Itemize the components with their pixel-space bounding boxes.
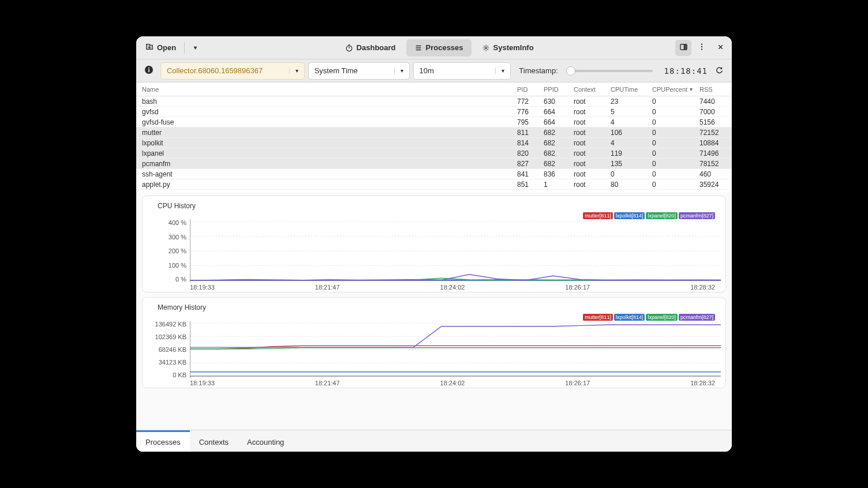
axis-tick: 18:21:47 — [315, 380, 340, 386]
mem-chart-title: Memory History — [147, 301, 721, 314]
collector-label: Collector.68060.1659896367 — [161, 66, 289, 75]
axis-tick: 68246 KB — [159, 346, 186, 353]
table-row[interactable]: applet.py8511root80035924 — [136, 179, 732, 190]
chevron-down-icon: ▾ — [194, 44, 197, 51]
legend-entry[interactable]: lxpanel[820] — [646, 314, 678, 321]
svg-rect-9 — [148, 69, 149, 72]
col-pid[interactable]: PID — [517, 86, 544, 93]
close-button[interactable] — [712, 40, 728, 56]
table-header: Name PID PPID Context CPUTime CPUPercent… — [136, 82, 732, 96]
info-button[interactable] — [141, 63, 157, 79]
bottom-tab-contexts[interactable]: Contexts — [190, 430, 238, 452]
table-row[interactable]: lxpolkit814682root4010884 — [136, 138, 732, 148]
mem-plot: 136492 KB102369 KB68246 KB34123 KB0 KB — [147, 321, 721, 378]
legend-entry[interactable]: pcmanfm[827] — [679, 212, 715, 219]
svg-point-1 — [485, 47, 487, 49]
svg-point-4 — [701, 43, 702, 44]
table-row[interactable]: mutter811682root106072152 — [136, 127, 732, 138]
svg-point-8 — [148, 67, 149, 69]
process-table: Name PID PPID Context CPUTime CPUPercent… — [136, 82, 732, 192]
axis-tick: 200 % — [169, 247, 186, 254]
cpu-y-axis: 400 %300 %200 %100 %0 % — [147, 219, 190, 283]
axis-tick: 0 KB — [173, 371, 186, 378]
range-arrow[interactable]: ▾ — [495, 67, 510, 74]
legend-entry[interactable]: lxpolkit[814] — [614, 314, 645, 321]
col-cputime[interactable]: CPUTime — [611, 86, 652, 93]
axis-tick: 18:26:17 — [565, 380, 590, 386]
side-panel-button[interactable] — [675, 40, 691, 56]
axis-tick: 34123 KB — [159, 359, 186, 366]
bottom-tab-processes[interactable]: Processes — [136, 430, 190, 452]
table-row[interactable]: ssh-agent841836root00460 — [136, 169, 732, 179]
col-name[interactable]: Name — [136, 86, 517, 93]
titlebar: Open ▾ Dashboard Processes — [136, 36, 732, 59]
axis-tick: 18:26:17 — [565, 284, 590, 291]
clock-combo[interactable]: System Time ▾ — [308, 62, 410, 80]
timestamp-value: 18:18:41 — [664, 66, 708, 76]
chevron-down-icon: ▾ — [401, 67, 403, 74]
legend-entry[interactable]: pcmanfm[827] — [679, 314, 715, 321]
axis-tick: 18:24:02 — [440, 284, 465, 291]
nav-tab-label: SystemInfo — [493, 43, 534, 52]
open-button[interactable]: Open — [140, 40, 182, 56]
collector-combo[interactable]: Collector.68060.1659896367 ▾ — [160, 62, 305, 80]
cpu-legend: mutter[811]lxpolkit[814]lxpanel[820]pcma… — [147, 212, 721, 219]
nav-tab-label: Dashboard — [357, 43, 396, 52]
mem-legend: mutter[811]lxpolkit[814]lxpanel[820]pcma… — [147, 314, 721, 321]
range-label: 10m — [414, 66, 496, 75]
axis-tick: 100 % — [169, 262, 186, 269]
cpu-chart-title: CPU History — [147, 200, 721, 212]
timestamp-label: Timestamp: — [519, 66, 558, 75]
nav-tab-systeminfo[interactable]: SystemInfo — [474, 39, 542, 57]
list-icon — [414, 44, 422, 52]
table-row[interactable]: gvfsd776664root507000 — [136, 107, 732, 117]
timestamp-slider[interactable] — [566, 70, 653, 72]
axis-tick: 0 % — [175, 276, 186, 283]
sort-desc-icon: ▾ — [690, 86, 693, 92]
mem-y-axis: 136492 KB102369 KB68246 KB34123 KB0 KB — [147, 321, 190, 378]
legend-entry[interactable]: mutter[811] — [583, 212, 613, 219]
nav-tab-dashboard[interactable]: Dashboard — [337, 39, 404, 57]
nav-tab-label: Processes — [426, 43, 463, 52]
nav-tab-processes[interactable]: Processes — [406, 39, 472, 57]
legend-entry[interactable]: mutter[811] — [583, 314, 613, 321]
legend-entry[interactable]: lxpolkit[814] — [614, 212, 645, 219]
mem-plot-area[interactable] — [190, 321, 721, 378]
legend-entry[interactable]: lxpanel[820] — [646, 212, 678, 219]
close-icon — [717, 43, 724, 52]
col-ppid[interactable]: PPID — [544, 86, 574, 93]
chevron-down-icon: ▾ — [502, 67, 504, 74]
axis-tick: 18:28:32 — [690, 380, 715, 386]
menu-button[interactable] — [694, 40, 710, 56]
axis-tick: 400 % — [169, 219, 186, 226]
table-row[interactable]: bash772630root2307440 — [136, 96, 732, 107]
table-row[interactable]: pcmanfm827682root135078152 — [136, 159, 732, 169]
bottom-tabs: Processes Contexts Accounting — [136, 430, 732, 452]
app-window: Open ▾ Dashboard Processes — [136, 36, 732, 452]
open-dropdown-button[interactable]: ▾ — [187, 40, 203, 56]
mem-x-axis: 18:19:3318:21:4718:24:0218:26:1718:28:32 — [147, 380, 721, 386]
col-cpupercent[interactable]: CPUPercent ▾ — [652, 86, 699, 93]
reload-icon — [715, 66, 724, 76]
clock-arrow[interactable]: ▾ — [394, 67, 409, 74]
table-row[interactable]: gvfsd-fuse795664root405156 — [136, 117, 732, 127]
cpu-plot-area[interactable] — [190, 219, 721, 283]
axis-tick: 136492 KB — [155, 321, 186, 328]
collector-arrow[interactable]: ▾ — [289, 67, 304, 74]
axis-tick: 18:24:02 — [440, 380, 465, 386]
charts-area: CPU History mutter[811]lxpolkit[814]lxpa… — [136, 192, 732, 430]
svg-rect-3 — [684, 44, 686, 49]
gear-icon — [482, 44, 490, 52]
col-rss[interactable]: RSS — [699, 86, 732, 93]
nav-tabs: Dashboard Processes SystemInfo — [205, 39, 673, 57]
slider-thumb[interactable] — [566, 66, 575, 76]
col-context[interactable]: Context — [574, 86, 611, 93]
divider — [184, 42, 185, 54]
open-icon — [145, 43, 154, 52]
table-body: bash772630root2307440gvfsd776664root5070… — [136, 96, 732, 190]
range-combo[interactable]: 10m ▾ — [413, 62, 511, 80]
axis-tick: 300 % — [169, 234, 186, 241]
table-row[interactable]: lxpanel820682root119071496 — [136, 148, 732, 159]
bottom-tab-accounting[interactable]: Accounting — [238, 430, 293, 452]
refresh-button[interactable] — [711, 63, 727, 79]
